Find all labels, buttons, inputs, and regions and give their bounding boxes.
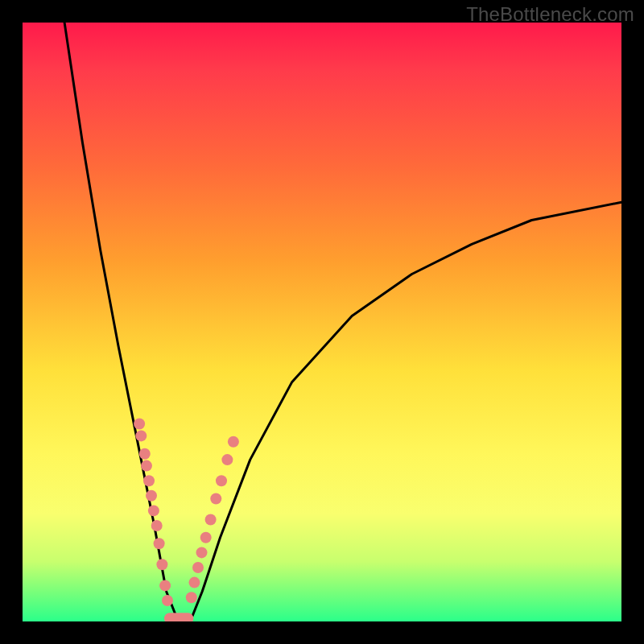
svg-point-21: [228, 436, 239, 448]
svg-point-4: [143, 475, 155, 486]
svg-point-8: [154, 538, 165, 549]
svg-point-5: [146, 490, 157, 502]
plot-area: [23, 23, 621, 621]
curve-layer: [23, 23, 621, 621]
marker-bottom-bar: [164, 613, 193, 621]
chart-frame: TheBottleneck.com: [0, 0, 644, 644]
svg-point-6: [148, 505, 159, 516]
bottleneck-curve: [64, 23, 621, 621]
svg-point-18: [210, 493, 221, 505]
svg-point-15: [196, 547, 208, 558]
watermark-text: TheBottleneck.com: [466, 3, 634, 26]
svg-point-10: [159, 580, 171, 591]
svg-point-11: [162, 595, 173, 606]
svg-point-16: [200, 532, 212, 543]
svg-point-7: [151, 520, 163, 531]
marker-dots-right: [186, 436, 239, 603]
svg-point-19: [216, 475, 227, 486]
svg-point-20: [221, 454, 233, 465]
svg-point-12: [186, 592, 197, 603]
svg-point-14: [192, 562, 204, 573]
svg-point-17: [205, 514, 217, 526]
svg-point-0: [134, 419, 145, 430]
svg-point-3: [141, 460, 152, 472]
svg-point-9: [156, 559, 167, 570]
svg-point-13: [189, 577, 200, 588]
svg-point-1: [135, 430, 147, 441]
svg-point-2: [139, 448, 151, 460]
